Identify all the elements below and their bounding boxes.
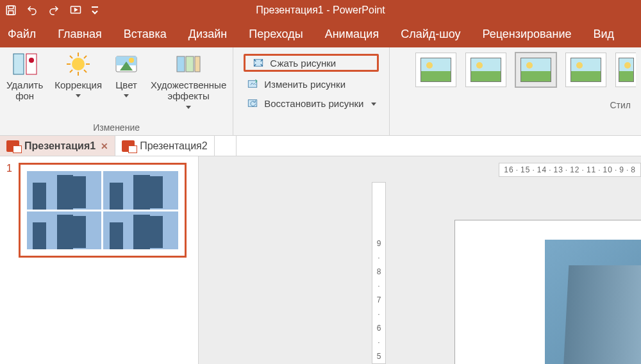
slide-thumbnail-entry[interactable]: 1 (0, 163, 198, 258)
svg-point-7 (29, 58, 34, 63)
compress-pictures-button[interactable]: Сжать рисунки (244, 54, 379, 72)
ribbon-group-adjust: Удалить фон Коррекция Цвет Художественны… (0, 47, 233, 135)
svg-line-14 (84, 70, 87, 72)
svg-line-13 (70, 56, 72, 58)
powerpoint-file-icon (6, 140, 19, 152)
menu-view[interactable]: Вид (593, 28, 614, 41)
qat-more-icon[interactable] (91, 4, 99, 16)
doc-tab-label: Презентация1 (24, 140, 96, 152)
svg-rect-25 (248, 81, 257, 88)
svg-rect-1 (8, 6, 13, 9)
remove-background-label: Удалить фон (6, 79, 43, 102)
menu-animations[interactable]: Анимация (325, 28, 379, 41)
slide-thumbnail[interactable] (19, 163, 187, 258)
canvas-area: 16·15·14·13·12·11·10·9·8 5·6·7·8·9 (199, 156, 641, 364)
vertical-ruler: 5·6·7·8·9 (372, 182, 386, 364)
corrections-label: Коррекция (54, 79, 102, 90)
svg-rect-22 (186, 56, 194, 72)
horizontal-ruler: 16·15·14·13·12·11·10·9·8 (499, 163, 641, 177)
save-icon[interactable] (5, 4, 17, 16)
menu-slideshow[interactable]: Слайд-шоу (401, 28, 460, 41)
menu-file[interactable]: Файл (8, 28, 36, 41)
svg-rect-23 (195, 56, 200, 72)
title-bar: Презентация1 - PowerPoint (0, 0, 641, 21)
svg-rect-2 (8, 11, 13, 15)
menu-bar: Файл Главная Вставка Дизайн Переходы Ани… (0, 21, 641, 47)
workspace: 1 16·15·14·13·12·11·10·9·8 5·6·7·8·9 (0, 156, 641, 364)
menu-design[interactable]: Дизайн (188, 28, 228, 41)
menu-transitions[interactable]: Переходы (249, 28, 303, 41)
reset-picture-button[interactable]: Восстановить рисунки (244, 96, 379, 110)
style-thumb[interactable] (415, 53, 456, 87)
style-thumb[interactable] (565, 53, 606, 87)
start-slideshow-icon[interactable] (69, 4, 82, 16)
undo-icon[interactable] (26, 4, 38, 16)
doc-tab-label: Презентация2 (140, 140, 208, 152)
chevron-down-icon (124, 94, 129, 97)
powerpoint-file-icon (122, 140, 135, 152)
redo-icon[interactable] (47, 4, 60, 16)
thumbnail-image (103, 211, 178, 250)
svg-line-16 (70, 70, 72, 72)
svg-rect-21 (177, 56, 185, 72)
thumbnail-image (27, 211, 102, 250)
svg-point-20 (129, 58, 134, 63)
compress-pictures-label: Сжать рисунки (270, 58, 336, 69)
window-title: Презентация1 - PowerPoint (256, 4, 385, 16)
svg-line-15 (84, 56, 87, 58)
color-label: Цвет (115, 79, 137, 90)
menu-review[interactable]: Рецензирование (482, 28, 571, 41)
style-thumb[interactable] (465, 53, 506, 87)
selected-picture[interactable] (545, 240, 641, 364)
ribbon-group-picture-tools: Сжать рисунки Изменить рисунки Восстанов… (233, 47, 390, 135)
thumbnail-image (27, 171, 102, 210)
ribbon-group-label: Изменение (93, 122, 140, 135)
menu-home[interactable]: Главная (58, 28, 102, 41)
slide-canvas[interactable] (455, 220, 641, 364)
ribbon: Удалить фон Коррекция Цвет Художественны… (0, 47, 641, 136)
remove-background-button[interactable]: Удалить фон (6, 51, 43, 109)
chevron-down-icon (76, 94, 81, 97)
svg-point-8 (72, 58, 85, 70)
gallery-group-label: Стил (610, 87, 636, 113)
chevron-down-icon (371, 103, 376, 106)
corrections-button[interactable]: Коррекция (54, 51, 102, 109)
new-tab-button[interactable] (215, 136, 237, 156)
color-button[interactable]: Цвет (113, 51, 139, 109)
change-picture-button[interactable]: Изменить рисунки (244, 77, 379, 91)
slides-panel: 1 (0, 156, 199, 364)
quick-access-toolbar (5, 4, 99, 16)
picture-styles-gallery: Стил (390, 47, 641, 135)
chevron-down-icon (186, 106, 191, 109)
thumbnail-image (103, 171, 178, 210)
artistic-effects-label: Художественные эффекты (151, 79, 226, 102)
slide-number: 1 (6, 163, 12, 258)
reset-picture-label: Восстановить рисунки (264, 98, 363, 109)
style-thumb-selected[interactable] (515, 53, 556, 87)
style-thumb[interactable] (615, 53, 636, 87)
doc-tab-active[interactable]: Презентация1 ✕ (0, 136, 115, 156)
svg-rect-5 (13, 54, 24, 74)
document-tabs: Презентация1 ✕ Презентация2 (0, 136, 641, 156)
svg-rect-6 (26, 54, 37, 74)
change-picture-label: Изменить рисунки (264, 79, 345, 90)
close-icon[interactable]: ✕ (101, 141, 108, 151)
artistic-effects-button[interactable]: Художественные эффекты (151, 51, 226, 109)
menu-insert[interactable]: Вставка (124, 28, 167, 41)
doc-tab[interactable]: Презентация2 (115, 136, 215, 156)
